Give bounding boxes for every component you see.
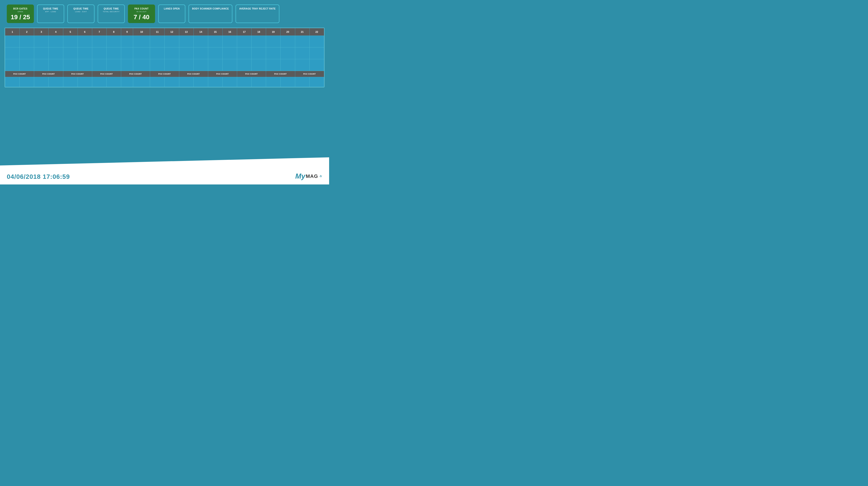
footer-logo: My MAG ✈ (295, 172, 322, 181)
grid-cell-2-17 (252, 59, 266, 71)
stat-card-subtitle-pax-count: IN VS OUT (131, 11, 151, 13)
stat-card-title-queue-time-load: QUEUE TIME (71, 7, 91, 10)
grid-cell-0-19 (281, 36, 295, 48)
grid-cell-1-15 (222, 48, 237, 59)
grid-cell-1-4 (63, 48, 78, 59)
grid-last-cell-17 (252, 77, 266, 87)
grid-last-cell-14 (208, 77, 222, 87)
grid-last-cell-0 (5, 77, 20, 87)
grid-cell-2-12 (179, 59, 193, 71)
stat-card-value-bcr-gates-open: 19 / 25 (10, 14, 30, 20)
grid-col-header-12: 12 (164, 28, 179, 36)
grid-cell-2-10 (150, 59, 164, 71)
grid-cell-2-20 (295, 59, 309, 71)
stat-card-queue-time-atp: QUEUE TIMEATP - LOAD (37, 4, 64, 23)
grid-col-header-6: 6 (78, 28, 92, 36)
grid-last-cell-15 (222, 77, 237, 87)
grid-col-header-5: 5 (63, 28, 78, 36)
grid-data-row-0 (5, 36, 324, 48)
grid-cell-0-13 (193, 36, 208, 48)
grid-col-header-17: 17 (237, 28, 252, 36)
grid-last-cell-5 (78, 77, 92, 87)
grid-cell-2-7 (106, 59, 121, 71)
main-grid-container: 12345678910111213141516171819202122 PAX … (4, 28, 324, 88)
grid-col-header-3: 3 (34, 28, 49, 36)
plane-icon: ✈ (319, 174, 323, 179)
grid-pax-row: PAX COUNTPAX COUNTPAX COUNTPAX COUNTPAX … (5, 71, 324, 77)
pax-count-cell-9: PAX COUNT (266, 71, 295, 77)
grid-cell-0-16 (237, 36, 252, 48)
grid-cell-1-11 (164, 48, 179, 59)
grid-cell-1-18 (266, 48, 281, 59)
grid-cell-2-4 (63, 59, 78, 71)
grid-last-row (5, 77, 324, 87)
grid-data-row-2 (5, 59, 324, 71)
grid-cell-0-4 (63, 36, 78, 48)
grid-last-cell-10 (150, 77, 164, 87)
grid-cell-1-7 (106, 48, 121, 59)
stats-bar: BCR GATESOPEN19 / 25QUEUE TIMEATP - LOAD… (0, 0, 329, 25)
footer: 04/06/2018 17:06:59 My MAG ✈ (0, 157, 329, 184)
grid-col-header-15: 15 (208, 28, 222, 36)
grid-cell-1-14 (208, 48, 222, 59)
grid-cell-1-8 (121, 48, 133, 59)
stat-card-subtitle-bcr-gates-open: OPEN (10, 11, 30, 13)
grid-cell-2-21 (309, 59, 324, 71)
logo-my-text: My (295, 172, 305, 180)
grid-last-cell-18 (266, 77, 281, 87)
grid-last-cell-7 (106, 77, 121, 87)
pax-count-cell-8: PAX COUNT (237, 71, 266, 77)
grid-last-cell-12 (179, 77, 193, 87)
grid-col-header-7: 7 (92, 28, 106, 36)
grid-cell-0-0 (5, 36, 20, 48)
grid-cell-1-17 (252, 48, 266, 59)
grid-cell-2-15 (222, 59, 237, 71)
grid-cell-0-3 (49, 36, 63, 48)
grid-col-header-2: 2 (20, 28, 34, 36)
grid-col-header-10: 10 (133, 28, 150, 36)
grid-cell-0-6 (92, 36, 106, 48)
stat-card-title-body-scanner: BODY SCANNER COMPLIANCE (192, 7, 229, 10)
grid-last-cell-19 (281, 77, 295, 87)
footer-datetime: 04/06/2018 17:06:59 (7, 173, 70, 181)
grid-last-cell-8 (121, 77, 133, 87)
grid-cell-1-3 (49, 48, 63, 59)
grid-cell-0-1 (20, 36, 34, 48)
grid-col-header-4: 4 (49, 28, 63, 36)
stat-card-subtitle-queue-time-atp: ATP - LOAD (41, 11, 61, 13)
stat-card-subtitle-queue-time-total: TOTAL SECURITY (101, 11, 121, 13)
stat-card-title-queue-time-total: QUEUE TIME (101, 7, 121, 10)
grid-col-header-13: 13 (179, 28, 193, 36)
grid-cell-0-5 (78, 36, 92, 48)
grid-cell-0-7 (106, 36, 121, 48)
grid-last-cell-6 (92, 77, 106, 87)
grid-cell-2-19 (281, 59, 295, 71)
pax-count-cell-10: PAX COUNT (295, 71, 324, 77)
grid-cell-0-15 (222, 36, 237, 48)
grid-cell-2-0 (5, 59, 20, 71)
grid-col-header-18: 18 (252, 28, 266, 36)
grid-cell-2-9 (133, 59, 150, 71)
grid-cell-1-5 (78, 48, 92, 59)
pax-count-cell-0: PAX COUNT (5, 71, 34, 77)
pax-count-cell-1: PAX COUNT (34, 71, 63, 77)
logo-mag-text: MAG (306, 173, 318, 179)
grid-cell-1-2 (34, 48, 49, 59)
grid-cell-2-5 (78, 59, 92, 71)
stat-card-queue-time-total: QUEUE TIMETOTAL SECURITY (98, 4, 125, 23)
grid-col-header-16: 16 (222, 28, 237, 36)
grid-cell-1-13 (193, 48, 208, 59)
grid-cell-0-12 (179, 36, 193, 48)
stat-card-avg-tray-reject: AVERAGE TRAY REJECT RATE (236, 4, 279, 23)
grid-cell-2-13 (193, 59, 208, 71)
grid-cell-0-2 (34, 36, 49, 48)
grid-last-cell-9 (133, 77, 150, 87)
grid-col-header-14: 14 (193, 28, 208, 36)
grid-col-header-9: 9 (121, 28, 133, 36)
grid-cell-1-20 (295, 48, 309, 59)
grid-col-header-1: 1 (5, 28, 20, 36)
grid-cell-0-20 (295, 36, 309, 48)
grid-cell-0-17 (252, 36, 266, 48)
grid-cell-0-18 (266, 36, 281, 48)
grid-cell-2-1 (20, 59, 34, 71)
